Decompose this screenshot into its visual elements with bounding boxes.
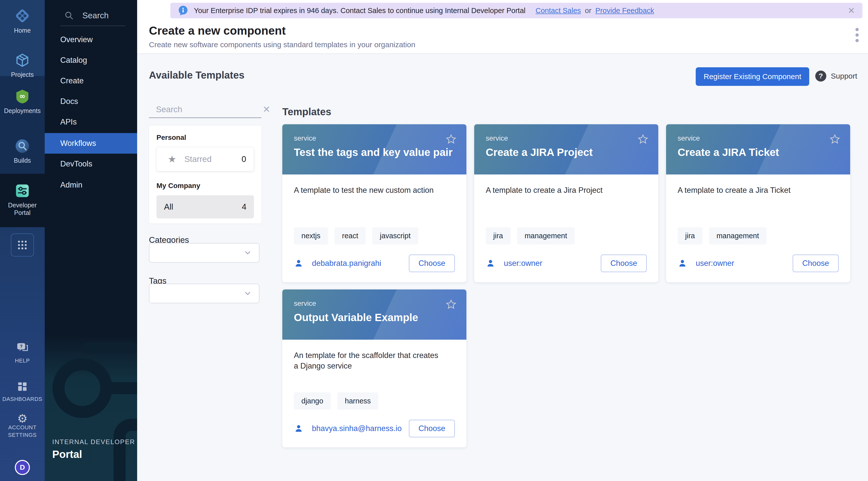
star-icon[interactable] xyxy=(445,134,457,145)
rail-item-dashboards[interactable]: DASHBOARDS xyxy=(0,380,45,403)
sidebar-item-overview[interactable]: Overview xyxy=(45,29,137,50)
my-company-label: My Company xyxy=(156,182,254,190)
card-title: Test the tags and key value pair xyxy=(294,147,455,158)
projects-icon xyxy=(14,52,30,68)
avatar: D xyxy=(15,460,30,475)
deployments-icon: ∞ xyxy=(14,88,30,104)
svg-text:∞: ∞ xyxy=(19,92,25,100)
builds-icon xyxy=(14,138,30,154)
brand-line2: Portal xyxy=(52,448,135,460)
page-title: Create a new component xyxy=(149,24,285,37)
sidebar-item-workflows[interactable]: Workflows xyxy=(45,133,137,154)
card-footer: debabrata.panigrahi Choose xyxy=(294,255,455,272)
choose-button[interactable]: Choose xyxy=(409,420,455,437)
rail-item-label: Projects xyxy=(0,71,45,78)
kebab-menu-icon[interactable] xyxy=(856,28,859,44)
card-header: service Output Variable Example xyxy=(282,289,466,340)
all-label: All xyxy=(164,202,173,212)
rail-item-label: HELP xyxy=(0,357,45,364)
card-owner-link[interactable]: debabrata.panigrahi xyxy=(312,259,381,268)
tags-select[interactable] xyxy=(149,284,259,303)
main-content: Your Enterprise IDP trial expires in 946… xyxy=(137,0,868,481)
provide-feedback-link[interactable]: Provide Feedback xyxy=(595,6,654,15)
choose-button[interactable]: Choose xyxy=(601,255,647,272)
sidebar-search[interactable]: Search xyxy=(45,5,137,26)
sidebar-item-devtools[interactable]: DevTools xyxy=(45,154,137,174)
banner-message: Your Enterprise IDP trial expires in 946… xyxy=(194,6,525,15)
tag-chip: management xyxy=(709,227,767,245)
developer-portal-icon xyxy=(14,183,30,199)
trial-banner: Your Enterprise IDP trial expires in 946… xyxy=(170,3,863,18)
card-tags: nextjs react javascript xyxy=(294,227,455,245)
tag-chip: nextjs xyxy=(294,227,328,245)
card-body: A template to create a Jira Ticket jira … xyxy=(666,174,850,282)
star-icon[interactable] xyxy=(829,134,841,145)
categories-select[interactable] xyxy=(149,243,259,263)
rail-item-help[interactable]: ? HELP xyxy=(0,341,45,364)
card-title: Output Variable Example xyxy=(294,312,455,324)
card-title: Create a JIRA Project xyxy=(486,147,647,158)
template-search-input[interactable] xyxy=(156,105,263,114)
card-title: Create a JIRA Ticket xyxy=(678,147,839,158)
rail-item-builds[interactable]: Builds xyxy=(0,138,45,164)
sidebar-item-catalog[interactable]: Catalog xyxy=(45,50,137,70)
all-count: 4 xyxy=(242,202,246,212)
sidebar-item-admin[interactable]: Admin xyxy=(45,175,137,195)
module-rail: Home Projects ∞ Deployments Buil xyxy=(0,0,45,481)
card-owner-link[interactable]: bhavya.sinha@harness.io xyxy=(312,424,402,433)
sidebar-item-apis[interactable]: APIs xyxy=(45,112,137,132)
rail-item-developer-portal[interactable]: Developer Portal xyxy=(0,183,45,216)
tag-chip: management xyxy=(517,227,575,245)
svg-text:?: ? xyxy=(20,344,23,349)
person-icon xyxy=(294,424,303,433)
card-tags: jira management xyxy=(486,227,647,245)
brand-line1: INTERNAL DEVELOPER xyxy=(52,438,135,446)
star-icon[interactable] xyxy=(445,299,457,310)
rail-item-projects[interactable]: Projects xyxy=(0,52,45,78)
tag-chip: jira xyxy=(678,227,703,245)
support-button[interactable]: ? Support xyxy=(815,70,857,82)
sidebar-item-docs[interactable]: Docs xyxy=(45,91,137,112)
rail-item-account-settings[interactable]: ⚙ ACCOUNT SETTINGS xyxy=(0,415,45,439)
card-owner-link[interactable]: user:owner xyxy=(696,259,734,268)
card-footer: bhavya.sinha@harness.io Choose xyxy=(294,420,455,437)
question-icon: ? xyxy=(815,70,826,82)
card-tags: jira management xyxy=(678,227,839,245)
sidebar-brand: INTERNAL DEVELOPER Portal xyxy=(52,438,135,460)
user-avatar-button[interactable]: D xyxy=(0,460,45,475)
rail-item-deployments[interactable]: ∞ Deployments xyxy=(0,88,45,115)
portal-sidebar: Search Overview Catalog Create Docs APIs… xyxy=(45,0,137,481)
rail-item-label: ACCOUNT SETTINGS xyxy=(3,424,41,439)
card-footer: user:owner Choose xyxy=(678,255,839,272)
all-filter[interactable]: All 4 xyxy=(156,195,254,218)
chevron-down-icon xyxy=(243,289,252,298)
card-body: A template to test the new custom action… xyxy=(282,174,466,282)
sidebar-item-create[interactable]: Create xyxy=(45,70,137,91)
star-icon: ★ xyxy=(168,154,176,165)
choose-button[interactable]: Choose xyxy=(793,255,839,272)
support-label: Support xyxy=(831,72,857,80)
rail-item-home[interactable]: Home xyxy=(0,7,45,34)
info-icon xyxy=(178,5,188,16)
card-owner-link[interactable]: user:owner xyxy=(504,259,542,268)
contact-sales-link[interactable]: Contact Sales xyxy=(535,6,581,15)
template-card: service Create a JIRA Ticket A template … xyxy=(666,124,850,282)
card-kind: service xyxy=(294,299,455,308)
module-picker-button[interactable] xyxy=(0,233,45,257)
banner-close-icon[interactable]: ✕ xyxy=(848,5,855,15)
starred-filter[interactable]: ★ Starred 0 xyxy=(156,147,254,171)
starred-label: Starred xyxy=(184,154,212,164)
starred-count: 0 xyxy=(242,154,246,164)
card-description: A template to test the new custom action xyxy=(294,185,455,196)
rail-item-label: DASHBOARDS xyxy=(0,395,45,403)
register-existing-component-button[interactable]: Register Existing Component xyxy=(696,67,809,86)
card-description: A template to create a Jira Ticket xyxy=(678,185,839,196)
tag-chip: django xyxy=(294,392,331,410)
choose-button[interactable]: Choose xyxy=(409,255,455,272)
available-templates-section: Available Templates Register Existing Co… xyxy=(137,54,868,481)
rail-item-label: Home xyxy=(0,27,45,34)
star-icon[interactable] xyxy=(637,134,649,145)
clear-search-icon[interactable]: ✕ xyxy=(263,104,270,115)
template-card: service Output Variable Example An templ… xyxy=(282,289,466,447)
template-search-field: ✕ xyxy=(149,101,261,118)
